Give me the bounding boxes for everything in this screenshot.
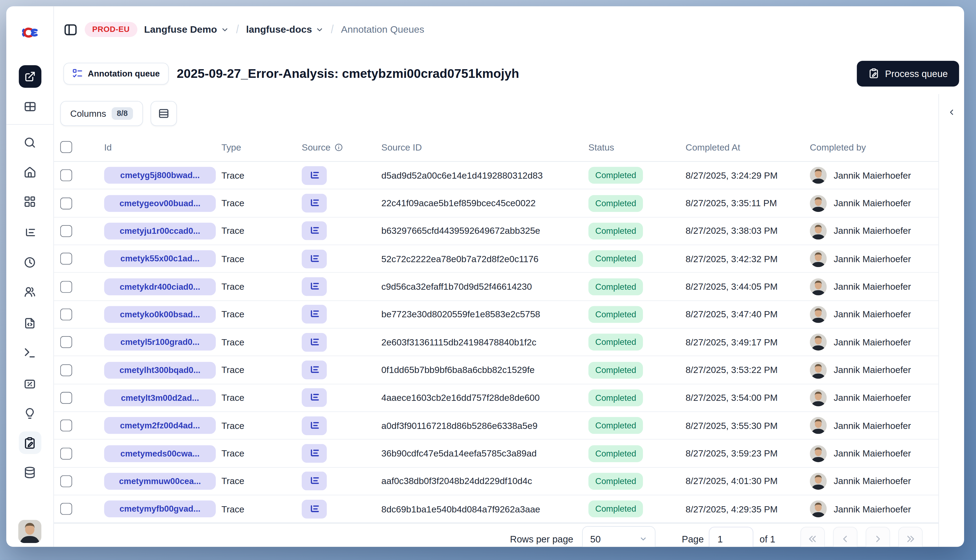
avatar [810, 306, 827, 323]
item-id-link[interactable]: cmetymyfb00gvad... [104, 500, 216, 518]
trace-source-chip[interactable] [302, 500, 327, 518]
trace-source-chip[interactable] [302, 305, 327, 324]
item-id-link[interactable]: cmetyk55x00c1ad... [104, 250, 216, 267]
process-queue-button[interactable]: Process queue [857, 60, 959, 86]
table-row: cmetymmuw00cea... Trace aaf0c38db0f3f204… [54, 468, 938, 495]
sidebar-item-playground[interactable] [18, 341, 41, 364]
page-count-label: of 1 [760, 533, 776, 544]
completed-by-cell: Jannik Maierhoefer [834, 504, 911, 514]
trace-source-chip[interactable] [302, 388, 327, 407]
first-page-button[interactable] [800, 527, 824, 547]
sidebar-item-annotation-queues[interactable] [18, 432, 41, 454]
row-checkbox[interactable] [60, 308, 72, 320]
status-badge: Completed [588, 362, 643, 378]
type-cell: Trace [222, 420, 244, 430]
table-row: cmetylt3m00d2ad... Trace 4aaece1603cb2e1… [54, 384, 938, 412]
row-checkbox[interactable] [60, 503, 72, 515]
trace-source-chip[interactable] [302, 250, 327, 268]
column-header-source: Source [302, 142, 382, 152]
row-checkbox[interactable] [60, 197, 72, 209]
collapse-panel-button[interactable] [943, 104, 959, 120]
item-id-link[interactable]: cmetym2fz00d4ad... [104, 417, 216, 434]
completed-by-cell: Jannik Maierhoefer [834, 198, 911, 208]
column-header-status: Status [588, 142, 686, 152]
row-checkbox[interactable] [60, 364, 72, 376]
row-checkbox[interactable] [60, 170, 72, 182]
avatar [810, 334, 827, 351]
item-id-link[interactable]: cmetyl5r100grad0... [104, 334, 216, 351]
list-tree-icon [309, 170, 320, 181]
sidebar-item-sessions[interactable] [18, 251, 41, 273]
sidebar-item-insights[interactable] [18, 402, 41, 425]
item-id-link[interactable]: cmetylt3m00d2ad... [104, 390, 216, 407]
item-id-link[interactable]: cmetyg5j800bwad... [104, 167, 216, 184]
row-height-button[interactable] [150, 101, 177, 126]
row-checkbox[interactable] [60, 475, 72, 487]
sidebar-item-prompts[interactable] [18, 312, 41, 334]
status-badge: Completed [588, 390, 643, 407]
sidebar-item-search[interactable] [18, 131, 41, 154]
sidebar-item-datasets[interactable] [18, 461, 41, 483]
row-checkbox[interactable] [60, 392, 72, 404]
sidebar-item-tracing[interactable] [18, 222, 41, 244]
item-id-link[interactable]: cmetylht300bqad0... [104, 362, 216, 378]
trace-source-chip[interactable] [302, 472, 327, 491]
select-all-checkbox[interactable] [60, 141, 72, 153]
user-avatar[interactable] [18, 520, 42, 543]
next-page-button[interactable] [866, 527, 890, 547]
item-id-link[interactable]: cmetymeds00cwa... [104, 445, 216, 462]
source-id-cell: 2e603f31361115db24198478840b1f2c [382, 337, 536, 347]
org-selector[interactable]: Langfuse Demo [144, 24, 229, 35]
row-checkbox[interactable] [60, 253, 72, 265]
sidebar-toggle-button[interactable] [63, 22, 78, 37]
project-selector[interactable]: langfuse-docs [246, 24, 324, 35]
list-tree-icon [309, 281, 320, 292]
trace-source-chip[interactable] [302, 333, 327, 352]
type-cell: Trace [222, 448, 244, 458]
breadcrumb-separator: / [331, 23, 334, 37]
table-row: cmetyk55x00c1ad... Trace 52c72c2222ea78e… [54, 245, 938, 273]
item-id-link[interactable]: cmetyko0k00bsad... [104, 306, 216, 323]
trace-source-chip[interactable] [302, 444, 327, 463]
status-badge: Completed [588, 445, 643, 462]
completed-at-cell: 8/27/2025, 3:38:03 PM [686, 226, 777, 236]
chevron-right-icon [873, 533, 883, 544]
trace-source-chip[interactable] [302, 166, 327, 185]
desktop-background: PROD-EU Langfuse Demo / langfuse-docs / … [0, 0, 976, 560]
columns-button[interactable]: Columns 8/8 [60, 101, 143, 126]
sidebar-item-evaluators[interactable] [18, 372, 41, 395]
list-tree-icon [309, 198, 320, 209]
page-number-input[interactable] [709, 527, 754, 547]
last-page-button[interactable] [898, 527, 923, 547]
row-checkbox[interactable] [60, 420, 72, 432]
row-checkbox[interactable] [60, 225, 72, 237]
main-area: PROD-EU Langfuse Demo / langfuse-docs / … [54, 6, 964, 547]
item-id-link[interactable]: cmetyju1r00ccad0... [104, 222, 216, 240]
table-view-button[interactable] [18, 95, 41, 118]
row-checkbox[interactable] [60, 336, 72, 348]
completed-at-cell: 8/27/2025, 3:54:00 PM [686, 393, 777, 403]
trace-source-chip[interactable] [302, 360, 327, 380]
open-external-button[interactable] [18, 65, 41, 88]
row-checkbox[interactable] [60, 448, 72, 460]
sidebar-item-dashboards[interactable] [18, 190, 41, 213]
trace-source-chip[interactable] [302, 277, 327, 296]
checklist-icon [72, 68, 83, 78]
item-id-link[interactable]: cmetymmuw00cea... [104, 473, 216, 490]
clock-icon [23, 255, 37, 268]
sidebar-item-home[interactable] [18, 160, 41, 183]
environment-badge: PROD-EU [85, 22, 137, 37]
breadcrumb-page[interactable]: Annotation Queues [341, 24, 424, 35]
sidebar-item-users[interactable] [18, 280, 41, 303]
trace-source-chip[interactable] [302, 222, 327, 240]
trace-source-chip[interactable] [302, 416, 327, 435]
item-id-link[interactable]: cmetygeov00buad... [104, 195, 216, 212]
item-id-link[interactable]: cmetykdr400ciad0... [104, 278, 216, 295]
source-id-cell: 8dc69b1ba1e540b4d084a7f9262a3aae [382, 504, 540, 514]
trace-source-chip[interactable] [302, 194, 327, 213]
source-id-cell: d5ad9d52a00c6e14e1d4192880312d83 [382, 170, 543, 180]
langfuse-logo[interactable] [22, 24, 38, 42]
row-checkbox[interactable] [60, 280, 72, 292]
rows-per-page-select[interactable]: 50 [582, 526, 656, 547]
previous-page-button[interactable] [833, 527, 857, 547]
